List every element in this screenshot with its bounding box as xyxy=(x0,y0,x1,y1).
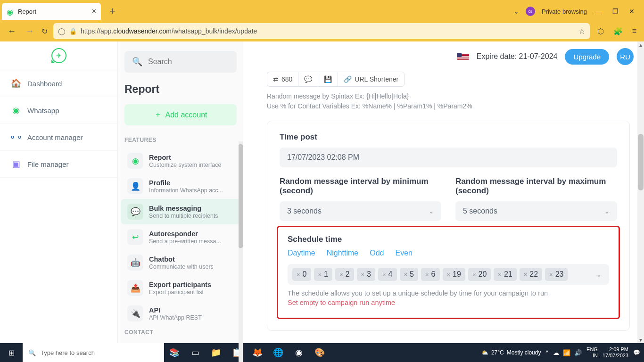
url-shortener-button[interactable]: 🔗 URL Shortener xyxy=(338,72,405,87)
cloud-icon[interactable]: ☁ xyxy=(553,349,559,356)
remove-icon[interactable]: × xyxy=(361,271,365,278)
taskbar-explorer[interactable]: 📁 xyxy=(206,343,226,362)
new-tab-button[interactable]: + xyxy=(105,5,120,17)
url-bar[interactable]: ◯ 🔒 https://app.cloudwasender.com/whatsa… xyxy=(53,23,590,39)
shield-icon[interactable]: ◯ xyxy=(58,27,66,35)
feature-export[interactable]: 📤 Export participants Export participant… xyxy=(121,275,240,301)
schedule-tag[interactable]: ×5 xyxy=(400,268,419,281)
upgrade-button[interactable]: Upgrade xyxy=(565,49,609,65)
wifi-icon[interactable]: 📶 xyxy=(563,349,570,356)
lock-icon[interactable]: 🔒 xyxy=(69,28,77,35)
remove-icon[interactable]: × xyxy=(425,271,429,278)
schedule-tag[interactable]: ×2 xyxy=(335,268,354,281)
minimize-button[interactable]: — xyxy=(594,6,604,17)
panel-scrollbar-thumb[interactable] xyxy=(239,144,243,248)
schedule-tags-select[interactable]: ×0 ×1 ×2 ×3 ×4 ×5 ×6 ×19 ×20 ×21 ×22 ×23… xyxy=(288,264,609,285)
taskbar-taskview[interactable]: ▭ xyxy=(185,343,206,362)
schedule-tag[interactable]: ×3 xyxy=(357,268,376,281)
sound-icon[interactable]: 🔊 xyxy=(574,349,582,356)
remove-icon[interactable]: × xyxy=(318,271,322,278)
schedule-tag[interactable]: ×19 xyxy=(443,268,465,281)
nav-dashboard[interactable]: 🏠 Dashboard xyxy=(0,70,117,97)
preset-row: Daytime Nighttime Odd Even xyxy=(288,249,609,257)
preset-odd[interactable]: Odd xyxy=(370,249,384,257)
bookmark-star-icon[interactable]: ☆ xyxy=(578,27,585,36)
forward-button[interactable]: → xyxy=(24,25,36,38)
main-scrollbar-thumb[interactable] xyxy=(638,134,644,190)
avatar[interactable]: RU xyxy=(617,48,634,65)
scroll-down-icon[interactable]: ▼ xyxy=(638,337,644,343)
scroll-up-icon[interactable]: ▲ xyxy=(638,41,644,48)
notification-icon[interactable]: 💬 xyxy=(633,349,640,356)
taskbar-app[interactable]: 📋 xyxy=(226,343,247,362)
browser-tab[interactable]: ◉ Report × xyxy=(2,3,101,20)
feature-api[interactable]: 🔌 API API WhatApp REST xyxy=(121,301,240,326)
schedule-tag[interactable]: ×1 xyxy=(314,268,333,281)
preset-even[interactable]: Even xyxy=(396,249,413,257)
feature-bulk-messaging[interactable]: 💬 Bulk messaging Send to multiple recipi… xyxy=(121,199,240,224)
remove-icon[interactable]: × xyxy=(472,271,476,278)
remove-icon[interactable]: × xyxy=(549,271,553,278)
logo-icon: ✈ xyxy=(51,48,66,63)
close-window-button[interactable]: ✕ xyxy=(627,6,636,17)
feature-profile[interactable]: 👤 Profile Information WhatsApp acc... xyxy=(121,173,240,199)
clock[interactable]: 2:09 PM 17/07/2023 xyxy=(603,346,628,359)
min-interval-select[interactable]: 3 seconds ⌄ xyxy=(280,201,441,221)
search-input[interactable] xyxy=(148,58,242,66)
feature-chatbot[interactable]: 🤖 Chatbot Communicate with users xyxy=(121,250,240,275)
taskbar-app[interactable]: ◉ xyxy=(289,343,309,362)
max-interval-select[interactable]: 5 seconds ⌄ xyxy=(455,201,617,221)
schedule-tag[interactable]: ×20 xyxy=(468,268,491,281)
main-scrollbar-track[interactable]: ▲ ▼ xyxy=(637,41,644,343)
tool-save-button[interactable]: 💾 xyxy=(318,72,338,87)
start-button[interactable]: ⊞ xyxy=(0,348,23,357)
time-post-input[interactable]: 17/07/2023 02:08 PM xyxy=(280,148,617,167)
nav-file-manager[interactable]: ▣ File manager xyxy=(0,151,117,178)
remove-icon[interactable]: × xyxy=(404,271,408,278)
remove-icon[interactable]: × xyxy=(524,271,528,278)
taskbar-paint[interactable]: 🎨 xyxy=(309,343,330,362)
feature-report[interactable]: ◉ Report Customize system interface xyxy=(121,148,240,173)
back-button[interactable]: ← xyxy=(6,25,18,38)
schedule-tag[interactable]: ×22 xyxy=(520,268,542,281)
remove-icon[interactable]: × xyxy=(498,271,502,278)
preset-daytime[interactable]: Daytime xyxy=(288,249,315,257)
pocket-icon[interactable]: ⬡ xyxy=(595,25,606,38)
feature-subtitle: Send to multiple recipients xyxy=(149,213,218,219)
schedule-tag[interactable]: ×21 xyxy=(494,268,516,281)
taskbar-app[interactable]: 📚 xyxy=(164,343,185,362)
preset-nighttime[interactable]: Nighttime xyxy=(327,249,359,257)
taskbar-chrome[interactable]: 🌐 xyxy=(268,343,289,362)
taskbar-search[interactable]: 🔍 Type here to search xyxy=(23,343,164,362)
tray-chevron-icon[interactable]: ^ xyxy=(545,349,548,356)
search-icon: 🔍 xyxy=(132,57,142,67)
add-account-button[interactable]: ＋ Add account xyxy=(124,104,237,125)
remove-icon[interactable]: × xyxy=(447,271,451,278)
schedule-tag[interactable]: ×6 xyxy=(421,268,440,281)
chevron-down-icon[interactable]: ⌄ xyxy=(594,271,604,278)
schedule-tag[interactable]: ×4 xyxy=(378,268,397,281)
extensions-icon[interactable]: 🧩 xyxy=(611,25,625,38)
search-box[interactable]: 🔍 xyxy=(124,51,237,73)
remove-icon[interactable]: × xyxy=(339,271,343,278)
feature-autoresponder[interactable]: ↩ Autoresponder Send a pre-written messa… xyxy=(121,224,240,250)
language-indicator[interactable]: ENG IN xyxy=(586,346,598,359)
us-flag-icon[interactable] xyxy=(457,53,469,61)
close-icon[interactable]: × xyxy=(92,7,96,16)
maximize-button[interactable]: ❐ xyxy=(611,6,620,17)
nav-account-manager[interactable]: ⚬⚬ Account manager xyxy=(0,124,117,151)
chevron-down-icon[interactable]: ⌄ xyxy=(513,8,519,15)
remove-icon[interactable]: × xyxy=(297,271,300,278)
plug-icon: 🔌 xyxy=(127,305,143,321)
tool-emoji-button[interactable]: 💬 xyxy=(298,72,318,87)
app-body: ✈ 🏠 Dashboard ◉ Whatsapp ⚬⚬ Account mana… xyxy=(0,41,644,343)
menu-icon[interactable]: ≡ xyxy=(630,25,638,37)
weather-widget[interactable]: ⛅ 27°C Mostly cloudy xyxy=(481,349,541,356)
schedule-tag[interactable]: ×0 xyxy=(292,268,311,281)
refresh-button[interactable]: ↻ xyxy=(41,27,48,36)
remove-icon[interactable]: × xyxy=(382,271,386,278)
taskbar-firefox[interactable]: 🦊 xyxy=(247,343,268,362)
tab-row: ◉ Report × + ⌄ ∞ Private browsing — ❐ ✕ xyxy=(0,0,644,21)
nav-whatsapp[interactable]: ◉ Whatsapp xyxy=(0,97,117,124)
schedule-tag[interactable]: ×23 xyxy=(545,268,568,281)
